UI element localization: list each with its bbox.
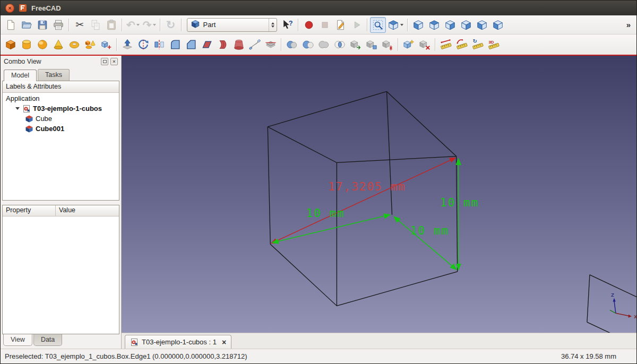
tree-item-t03-ejemplo-1-cubos[interactable]: T03-ejemplo-1-cubos	[3, 103, 119, 114]
part-mirror-button[interactable]	[151, 37, 167, 53]
3d-viewport[interactable]: 17,3205 mm 10 mm 10 mm 10 mm x z	[122, 56, 636, 333]
part-cone-button[interactable]	[50, 37, 66, 53]
part-union-button[interactable]	[316, 37, 332, 53]
macro-edit-button[interactable]	[333, 17, 349, 33]
workbench-selector[interactable]: Part	[187, 18, 277, 32]
combo-view-titlebar: Combo View ×	[1, 56, 121, 67]
float-window-icon[interactable]	[101, 58, 108, 65]
part-compound-button[interactable]	[364, 37, 380, 53]
expander-icon[interactable]	[15, 107, 20, 110]
refresh-button[interactable]: ↻	[163, 17, 179, 33]
title-bar[interactable]: × FreeCAD	[1, 1, 636, 15]
toolbar-separator	[281, 38, 282, 51]
part-fillet-button[interactable]	[167, 37, 183, 53]
part-make-face-button[interactable]	[199, 37, 215, 53]
combo-spinner-icon[interactable]	[269, 19, 277, 31]
view-rear-button[interactable]	[458, 17, 474, 33]
part-intersection-button[interactable]	[332, 37, 348, 53]
part-extrude-button[interactable]	[119, 37, 135, 53]
close-panel-icon[interactable]: ×	[110, 58, 118, 65]
dimension-height-label: 10 mm	[440, 196, 479, 209]
cube-wireframe	[268, 91, 457, 306]
part-join-connect-button[interactable]	[348, 37, 364, 53]
tab-model[interactable]: Model	[4, 70, 37, 81]
freecad-app-icon	[19, 4, 27, 12]
tree-item-cube001[interactable]: Cube001	[3, 124, 119, 134]
view-bottom-button[interactable]	[474, 17, 490, 33]
part-shape-builder-button[interactable]	[98, 37, 114, 53]
toolbar-separator	[68, 19, 70, 31]
part-ruled-surface-button[interactable]	[215, 37, 231, 53]
part-sphere-button[interactable]	[35, 37, 50, 53]
view-top-button[interactable]	[426, 17, 442, 33]
part-loft-button[interactable]	[231, 37, 247, 53]
paste-button[interactable]	[104, 17, 119, 33]
open-document-button[interactable]	[19, 17, 35, 33]
view-front-button[interactable]	[410, 17, 426, 33]
undo-button[interactable]: ↶	[125, 17, 141, 33]
axis-x-label: x	[634, 313, 636, 320]
property-table-body	[3, 216, 119, 334]
part-create-primitives-button[interactable]	[82, 37, 98, 53]
window-close-button[interactable]: ×	[5, 4, 14, 13]
part-revolve-button[interactable]	[135, 37, 151, 53]
whats-this-button[interactable]: ?	[280, 17, 296, 33]
tab-view[interactable]: View	[3, 334, 32, 346]
print-button[interactable]	[50, 17, 66, 33]
measure-toggle-3d-button[interactable]: 3D	[486, 37, 502, 53]
property-editor: Property Value	[2, 205, 119, 334]
toolbar-overflow-icon[interactable]: »	[623, 20, 634, 29]
panel-splitter[interactable]	[1, 201, 121, 205]
tab-close-icon[interactable]: ×	[222, 339, 226, 346]
tree-item-label: Cube001	[36, 125, 64, 133]
part-defeaturing-button[interactable]	[417, 37, 433, 53]
view-fit-all-button[interactable]	[370, 17, 386, 33]
copy-button[interactable]	[88, 17, 104, 33]
svg-text:?: ?	[288, 19, 292, 27]
tree-item-label: Application	[6, 94, 40, 102]
toolbar-separator	[398, 38, 399, 51]
tree-item-application[interactable]: Application	[3, 93, 119, 103]
model-tree: Labels & Attributes ApplicationT03-ejemp…	[2, 81, 119, 201]
measure-angular-button[interactable]	[454, 37, 470, 53]
part-boolean-button[interactable]	[284, 37, 300, 53]
part-box-button[interactable]	[3, 37, 19, 53]
part-workbench-icon	[191, 19, 200, 31]
view-left-button[interactable]	[490, 17, 506, 33]
part-refine-shape-button[interactable]	[401, 37, 417, 53]
save-document-button[interactable]	[35, 17, 50, 33]
toolbar-separator	[160, 19, 161, 31]
document-tab-label: T03-ejemplo-1-cubos : 1	[142, 338, 217, 346]
macro-record-button[interactable]	[301, 17, 317, 33]
tab-tasks[interactable]: Tasks	[38, 69, 70, 81]
part-toolbar: ↻3D	[1, 34, 636, 56]
part-explode-compound-button[interactable]	[380, 37, 395, 53]
part-cut-button[interactable]	[300, 37, 316, 53]
toolbar-separator	[435, 38, 436, 51]
macro-execute-button[interactable]	[349, 17, 365, 33]
part-chamfer-button[interactable]	[183, 37, 199, 53]
macro-stop-button[interactable]	[317, 17, 333, 33]
redo-button[interactable]: ↷	[141, 17, 158, 33]
part-cylinder-button[interactable]	[19, 37, 35, 53]
cut-button[interactable]: ✂	[72, 17, 88, 33]
part-sweep-button[interactable]	[247, 37, 263, 53]
tree-header: Labels & Attributes	[3, 81, 119, 93]
document-icon	[130, 338, 139, 346]
freecad-window: × FreeCAD ✂↶↷↻Part?» ↻3D Combo View × Mo…	[0, 0, 637, 364]
document-tab[interactable]: T03-ejemplo-1-cubos : 1 ×	[125, 335, 231, 349]
axis-z-label: z	[611, 291, 614, 298]
tree-item-cube[interactable]: Cube	[3, 114, 119, 124]
new-document-button[interactable]	[3, 17, 19, 33]
toolbar-separator	[298, 19, 299, 31]
tab-data[interactable]: Data	[33, 334, 62, 346]
measure-refresh-button[interactable]: ↻	[470, 37, 486, 53]
status-bar: Preselected: T03_ejemplo_1_cubos.Box.Edg…	[1, 349, 636, 363]
view-right-button[interactable]	[442, 17, 458, 33]
measure-linear-button[interactable]	[438, 37, 454, 53]
part-section-button[interactable]	[263, 37, 279, 53]
viewport-canvas[interactable]: 17,3205 mm 10 mm 10 mm 10 mm x z	[122, 56, 636, 333]
cube-icon	[25, 125, 33, 133]
part-torus-button[interactable]	[66, 37, 82, 53]
view-axonometric-button[interactable]	[386, 17, 405, 33]
